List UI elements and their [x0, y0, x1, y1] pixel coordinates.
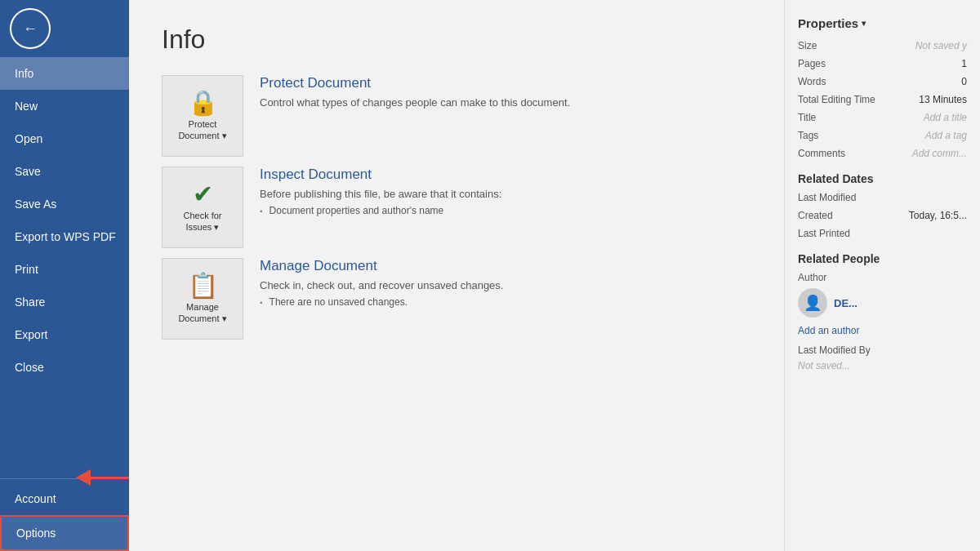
inspect-document-text: Inspect Document Before publishing this … [243, 167, 501, 216]
prop-label-pages: Pages [798, 58, 826, 69]
last-modified-by-section: Last Modified By Not saved... [798, 344, 967, 371]
manage-bullet-square-icon: ▪ [260, 298, 263, 307]
prop-label-last-printed: Last Printed [798, 228, 967, 239]
manage-document-button[interactable]: 📋 ManageDocument ▾ [162, 258, 243, 340]
sidebar-item-info[interactable]: Info [0, 57, 129, 90]
related-people-title: Related People [798, 252, 967, 265]
prop-label-size: Size [798, 40, 817, 51]
sidebar-item-print[interactable]: Print [0, 253, 129, 286]
inspect-document-title: Inspect Document [260, 167, 501, 183]
prop-label-tags: Tags [798, 130, 818, 141]
protect-document-button[interactable]: 🔒 ProtectDocument ▾ [162, 75, 243, 157]
sidebar-item-export[interactable]: Export [0, 318, 129, 351]
prop-label-editing-time: Total Editing Time [798, 94, 875, 105]
manage-doc-icon: 📋 [188, 273, 218, 298]
manage-button-label: ManageDocument ▾ [178, 301, 226, 325]
protect-lock-icon: 🔒 [188, 91, 218, 115]
inspect-document-desc: Before publishing this file, be aware th… [260, 188, 501, 200]
prop-row-created: Created Today, 16:5... [798, 210, 967, 221]
sidebar-item-account[interactable]: Account [0, 482, 129, 515]
protect-button-label: ProtectDocument ▾ [178, 118, 226, 142]
protect-document-title: Protect Document [260, 75, 570, 91]
manage-bullet-1: ▪ There are no unsaved changes. [260, 296, 503, 308]
prop-value-words: 0 [832, 76, 967, 87]
prop-last-printed: Last Printed [798, 228, 967, 239]
prop-label-last-modified-by: Last Modified By [798, 344, 967, 356]
properties-title-text: Properties [798, 16, 858, 30]
right-panel: Properties ▾ Size Not saved y Pages 1 Wo… [784, 0, 980, 551]
prop-value-title[interactable]: Add a title [822, 112, 967, 123]
protect-document-text: Protect Document Control what types of c… [243, 75, 570, 113]
inspect-document-card: ✔ Check forIssues ▾ Inspect Document Bef… [162, 167, 751, 248]
sidebar-item-options[interactable]: Options [0, 515, 129, 551]
prop-row-pages: Pages 1 [798, 58, 967, 69]
inspect-bullet-text: Document properties and author's name [270, 205, 444, 216]
prop-value-last-modified-by: Not saved... [798, 360, 850, 371]
bullet-square-icon: ▪ [260, 207, 263, 216]
prop-label-author: Author [798, 272, 967, 283]
prop-value-comments[interactable]: Add comm... [852, 148, 967, 159]
prop-label-words: Words [798, 76, 826, 87]
author-avatar: 👤 [798, 288, 827, 318]
back-button[interactable]: ← [10, 8, 51, 49]
prop-label-comments: Comments [798, 148, 845, 159]
prop-row-words: Words 0 [798, 76, 967, 87]
prop-value-created: Today, 16:5... [840, 210, 967, 221]
inspect-check-icon: ✔ [193, 182, 213, 207]
manage-document-desc: Check in, check out, and recover unsaved… [260, 279, 503, 291]
properties-title: Properties ▾ [798, 16, 967, 30]
prop-value-size: Not saved y [823, 40, 967, 51]
prop-row-editing-time: Total Editing Time 13 Minutes [798, 94, 967, 105]
author-row: 👤 DE... [798, 288, 967, 318]
sidebar: ← Info New Open Save Save As Export to W… [0, 0, 129, 551]
sidebar-item-save-as[interactable]: Save As [0, 188, 129, 220]
protect-document-desc: Control what types of changes people can… [260, 96, 570, 109]
prop-value-tags[interactable]: Add a tag [825, 130, 967, 141]
related-dates-title: Related Dates [798, 172, 967, 185]
add-author-link[interactable]: Add an author [798, 325, 859, 336]
manage-document-card: 📋 ManageDocument ▾ Manage Document Check… [162, 258, 751, 340]
prop-last-modified: Last Modified [798, 192, 967, 203]
main-content: Info 🔒 ProtectDocument ▾ Protect Documen… [129, 0, 784, 551]
prop-row-title: Title Add a title [798, 112, 967, 123]
prop-label-last-modified: Last Modified [798, 192, 967, 203]
manage-document-title: Manage Document [260, 258, 503, 274]
avatar-person-icon: 👤 [804, 294, 822, 312]
prop-row-size: Size Not saved y [798, 40, 967, 51]
page-title: Info [162, 24, 751, 55]
prop-label-title: Title [798, 112, 816, 123]
prop-label-created: Created [798, 210, 833, 221]
protect-document-card: 🔒 ProtectDocument ▾ Protect Document Con… [162, 75, 751, 157]
prop-value-pages: 1 [832, 58, 967, 69]
prop-row-tags: Tags Add a tag [798, 130, 967, 141]
author-name: DE... [834, 297, 858, 309]
inspect-button-label: Check forIssues ▾ [183, 210, 221, 233]
sidebar-item-close[interactable]: Close [0, 351, 129, 384]
inspect-bullet-1: ▪ Document properties and author's name [260, 205, 501, 216]
sidebar-item-export-wps[interactable]: Export to WPS PDF [0, 220, 129, 253]
sidebar-item-new[interactable]: New [0, 90, 129, 122]
inspect-document-button[interactable]: ✔ Check forIssues ▾ [162, 167, 243, 248]
sidebar-item-share[interactable]: Share [0, 286, 129, 318]
properties-chevron-icon[interactable]: ▾ [862, 19, 866, 28]
prop-row-comments: Comments Add comm... [798, 148, 967, 159]
sidebar-item-open[interactable]: Open [0, 122, 129, 155]
sidebar-item-save[interactable]: Save [0, 155, 129, 188]
manage-bullet-text: There are no unsaved changes. [270, 296, 408, 308]
manage-document-text: Manage Document Check in, check out, and… [243, 258, 503, 308]
prop-value-editing-time: 13 Minutes [882, 94, 967, 105]
